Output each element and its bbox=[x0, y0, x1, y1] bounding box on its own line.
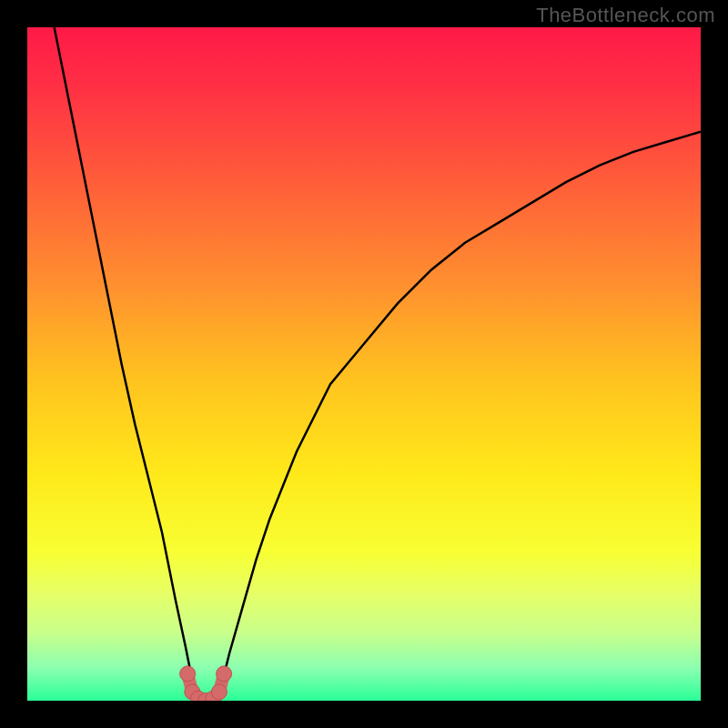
watermark-text: TheBottleneck.com bbox=[536, 4, 715, 27]
chart-svg bbox=[27, 27, 701, 701]
notch-marker-dot bbox=[180, 666, 196, 682]
notch-marker-dot bbox=[217, 666, 232, 682]
gradient-background bbox=[27, 27, 701, 701]
chart-frame: TheBottleneck.com bbox=[0, 0, 728, 728]
plot-area bbox=[27, 27, 701, 701]
notch-marker-dot bbox=[211, 684, 227, 700]
